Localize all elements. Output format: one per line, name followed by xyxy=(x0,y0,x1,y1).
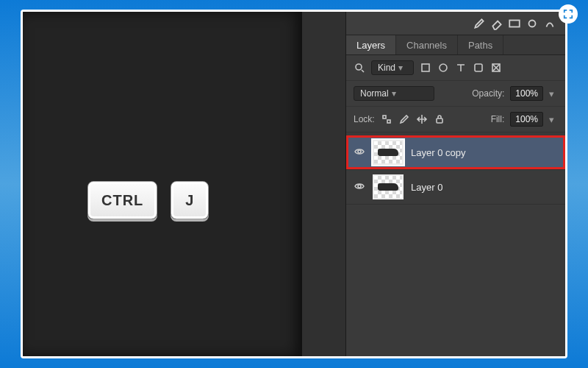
svg-point-1 xyxy=(529,20,536,26)
gradient-icon[interactable] xyxy=(508,17,521,30)
car-icon xyxy=(378,183,398,191)
layer-name-label[interactable]: Layer 0 xyxy=(411,182,442,193)
visibility-toggle[interactable] xyxy=(354,180,365,194)
svg-rect-3 xyxy=(422,64,429,71)
svg-point-11 xyxy=(358,185,361,188)
svg-rect-7 xyxy=(383,116,386,118)
filter-smart-icon[interactable] xyxy=(490,62,502,74)
key-ctrl: CTRL xyxy=(87,181,157,219)
tool-options-strip xyxy=(346,12,565,35)
svg-rect-0 xyxy=(509,20,520,26)
filter-kind-dropdown[interactable]: Kind ▾ xyxy=(371,60,414,75)
car-icon xyxy=(378,149,398,156)
visibility-toggle[interactable] xyxy=(354,146,365,160)
fullscreen-button[interactable] xyxy=(559,4,578,24)
svg-point-10 xyxy=(358,150,361,153)
chevron-down-icon[interactable]: ▾ xyxy=(549,114,558,125)
search-icon[interactable] xyxy=(354,62,365,74)
key-j: J xyxy=(171,181,209,219)
svg-rect-5 xyxy=(475,64,482,71)
clone-icon[interactable] xyxy=(526,17,539,30)
layer-row[interactable]: Layer 0 copy xyxy=(346,135,565,170)
blend-mode-dropdown[interactable]: Normal ▾ xyxy=(354,86,434,101)
layer-filter-row: Kind ▾ xyxy=(346,55,565,81)
svg-point-2 xyxy=(356,64,362,70)
eraser-icon[interactable] xyxy=(490,17,503,30)
chevron-down-icon: ▾ xyxy=(398,63,407,73)
svg-rect-8 xyxy=(387,120,390,123)
tab-paths[interactable]: Paths xyxy=(458,35,503,54)
layers-panel: Layers Channels Paths Kind ▾ Normal ▾ Op… xyxy=(346,12,565,356)
lock-row: Lock: Fill: 100% ▾ xyxy=(346,107,565,132)
lock-pixels-icon[interactable] xyxy=(381,113,392,125)
shortcut-overlay: CTRL J xyxy=(87,181,209,219)
filter-kind-label: Kind xyxy=(378,63,395,73)
layer-row[interactable]: Layer 0 xyxy=(346,170,565,205)
chevron-down-icon: ▾ xyxy=(392,88,401,99)
filter-adjust-icon[interactable] xyxy=(437,62,449,74)
canvas-area: CTRL J xyxy=(23,12,302,356)
blend-mode-value: Normal xyxy=(360,88,389,99)
divider-strip xyxy=(302,12,346,356)
filter-pixel-icon[interactable] xyxy=(420,62,431,74)
layer-name-label[interactable]: Layer 0 copy xyxy=(411,147,465,158)
tab-channels[interactable]: Channels xyxy=(396,35,458,54)
fill-value[interactable]: 100% xyxy=(510,112,543,127)
brush-icon[interactable] xyxy=(473,17,486,30)
app-window: CTRL J Layers Channels Paths Kind ▾ xyxy=(21,10,567,358)
blend-row: Normal ▾ Opacity: 100% ▾ xyxy=(346,81,565,107)
smudge-icon[interactable] xyxy=(543,17,556,30)
lock-brush-icon[interactable] xyxy=(398,113,410,125)
fill-label: Fill: xyxy=(491,114,505,124)
filter-shape-icon[interactable] xyxy=(473,62,484,74)
tab-layers[interactable]: Layers xyxy=(346,35,396,54)
layer-thumbnail[interactable] xyxy=(373,140,404,165)
opacity-label: Opacity: xyxy=(472,88,504,99)
svg-rect-9 xyxy=(437,118,442,123)
panel-tabs: Layers Channels Paths xyxy=(346,35,565,55)
filter-type-icon[interactable] xyxy=(455,62,467,74)
chevron-down-icon[interactable]: ▾ xyxy=(549,88,558,99)
layer-thumbnail[interactable] xyxy=(373,174,404,199)
lock-move-icon[interactable] xyxy=(416,113,428,125)
svg-point-4 xyxy=(440,64,447,71)
lock-label: Lock: xyxy=(354,114,375,124)
lock-all-icon[interactable] xyxy=(434,113,445,125)
layers-list: Layer 0 copy Layer 0 xyxy=(346,132,565,356)
opacity-value[interactable]: 100% xyxy=(510,86,543,101)
